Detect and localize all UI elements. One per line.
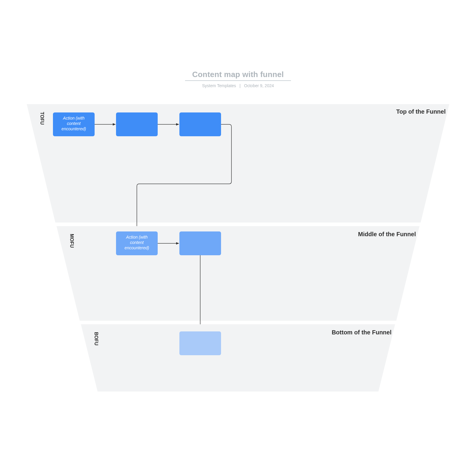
mofu-box-2[interactable] [179,231,221,255]
tofu-stage: Top of the Funnel TOFU Action (with cont… [27,104,449,223]
tofu-abbr: TOFU [40,112,45,125]
tofu-heading: Top of the Funnel [396,108,446,115]
mofu-box-1-line1: Action (with [126,235,148,239]
mofu-heading: Middle of the Funnel [358,231,416,237]
tofu-box-1-line3: encountered) [62,126,86,131]
mofu-box-1[interactable]: Action (with content encountered) [116,231,158,255]
tofu-box-3[interactable] [179,112,221,136]
tofu-box-2[interactable] [116,112,158,136]
bofu-stage: Bottom of the Funnel BOFU [81,324,395,392]
mofu-abbr: MOFU [69,234,74,248]
bofu-heading: Bottom of the Funnel [332,329,392,336]
bofu-box-1[interactable] [179,331,221,355]
mofu-background [57,226,419,321]
funnel-diagram: Top of the Funnel TOFU Action (with cont… [0,0,476,476]
mofu-stage: Middle of the Funnel MOFU Action (with c… [57,226,419,321]
tofu-box-1-line1: Action (with [63,116,85,120]
bofu-abbr: BOFU [94,332,99,345]
mofu-box-1-line2: content [130,240,144,245]
tofu-box-1[interactable]: Action (with content encountered) [53,112,95,136]
tofu-box-1-line2: content [67,121,81,126]
mofu-box-1-line3: encountered) [125,245,149,250]
